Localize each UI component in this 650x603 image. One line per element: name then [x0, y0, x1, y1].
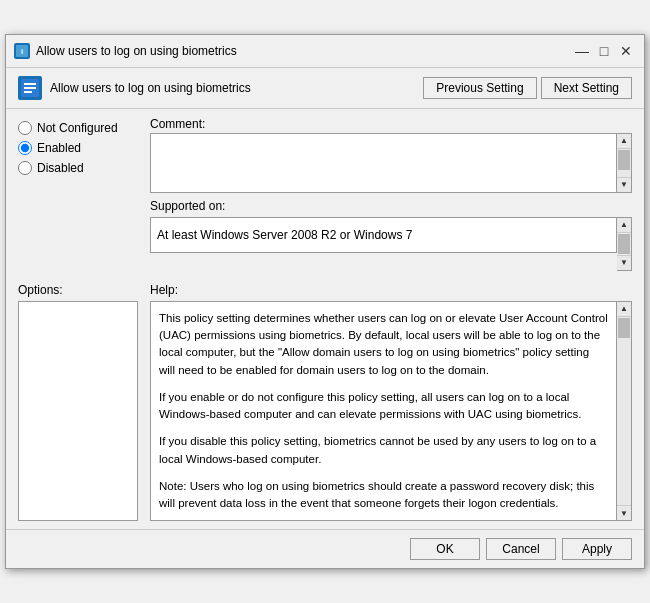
not-configured-label: Not Configured: [37, 121, 118, 135]
title-bar: i Allow users to log on using biometrics…: [6, 35, 644, 68]
enabled-option[interactable]: Enabled: [18, 141, 138, 155]
enabled-label: Enabled: [37, 141, 81, 155]
svg-rect-5: [24, 91, 32, 93]
supported-scroll-up[interactable]: ▲: [617, 218, 631, 233]
maximize-button[interactable]: □: [594, 41, 614, 61]
help-scroll-track: [617, 317, 631, 506]
previous-setting-button[interactable]: Previous Setting: [423, 77, 536, 99]
header-icon: [18, 76, 42, 100]
scroll-thumb: [618, 150, 630, 170]
help-scroll-up[interactable]: ▲: [617, 302, 631, 317]
svg-rect-4: [24, 87, 36, 89]
disabled-label: Disabled: [37, 161, 84, 175]
title-controls: — □ ✕: [572, 41, 636, 61]
left-panel: Not Configured Enabled Disabled: [18, 117, 138, 271]
help-content: This policy setting determines whether u…: [150, 301, 617, 522]
supported-scroll-down[interactable]: ▼: [617, 255, 631, 270]
help-scroll-thumb: [618, 318, 630, 338]
main-dialog: i Allow users to log on using biometrics…: [5, 34, 645, 570]
options-panel: Options:: [18, 283, 138, 522]
next-setting-button[interactable]: Next Setting: [541, 77, 632, 99]
title-bar-left: i Allow users to log on using biometrics: [14, 43, 237, 59]
options-title: Options:: [18, 283, 138, 297]
options-box: [18, 301, 138, 522]
help-para-3: If you disable this policy setting, biom…: [159, 433, 608, 468]
header-title: Allow users to log on using biometrics: [50, 81, 251, 95]
comment-label: Comment:: [150, 117, 632, 131]
disabled-radio[interactable]: [18, 161, 32, 175]
help-para-1: This policy setting determines whether u…: [159, 310, 608, 379]
close-button[interactable]: ✕: [616, 41, 636, 61]
help-title: Help:: [150, 283, 632, 297]
not-configured-option[interactable]: Not Configured: [18, 121, 138, 135]
help-para-2: If you enable or do not configure this p…: [159, 389, 608, 424]
scroll-down-arrow[interactable]: ▼: [617, 177, 631, 192]
supported-label: Supported on:: [150, 199, 632, 213]
supported-section: Supported on: At least Windows Server 20…: [150, 199, 632, 271]
help-para-4: Note: Users who log on using biometrics …: [159, 478, 608, 513]
cancel-button[interactable]: Cancel: [486, 538, 556, 560]
supported-value: At least Windows Server 2008 R2 or Windo…: [150, 217, 617, 253]
help-panel: Help: This policy setting determines whe…: [150, 283, 632, 522]
right-panel: Comment: ▲ ▼ Supported on: At least Wind…: [150, 117, 632, 271]
header-left: Allow users to log on using biometrics: [18, 76, 251, 100]
comment-textarea[interactable]: [150, 133, 617, 193]
supported-scroll-thumb: [618, 234, 630, 254]
radio-group: Not Configured Enabled Disabled: [18, 121, 138, 175]
help-box-wrapper: This policy setting determines whether u…: [150, 301, 632, 522]
help-scroll-down[interactable]: ▼: [617, 505, 631, 520]
bottom-section: Options: Help: This policy setting deter…: [6, 279, 644, 530]
supported-scroll-track: [617, 233, 631, 255]
supported-scrollbar: ▲ ▼: [617, 217, 632, 271]
header-buttons: Previous Setting Next Setting: [423, 77, 632, 99]
scroll-up-arrow[interactable]: ▲: [617, 134, 631, 149]
main-content: Not Configured Enabled Disabled Comment:: [6, 109, 644, 279]
disabled-option[interactable]: Disabled: [18, 161, 138, 175]
supported-wrapper: At least Windows Server 2008 R2 or Windo…: [150, 217, 632, 271]
enabled-radio[interactable]: [18, 141, 32, 155]
not-configured-radio[interactable]: [18, 121, 32, 135]
dialog-icon: i: [14, 43, 30, 59]
minimize-button[interactable]: —: [572, 41, 592, 61]
ok-button[interactable]: OK: [410, 538, 480, 560]
header-section: Allow users to log on using biometrics P…: [6, 68, 644, 109]
comment-scrollbar: ▲ ▼: [617, 133, 632, 193]
svg-text:i: i: [21, 47, 23, 56]
dialog-title: Allow users to log on using biometrics: [36, 44, 237, 58]
scroll-track: [617, 149, 631, 177]
apply-button[interactable]: Apply: [562, 538, 632, 560]
footer: OK Cancel Apply: [6, 529, 644, 568]
comment-wrapper: ▲ ▼: [150, 133, 632, 193]
svg-rect-3: [24, 83, 36, 85]
help-scrollbar: ▲ ▼: [617, 301, 632, 522]
comment-section: Comment: ▲ ▼: [150, 117, 632, 193]
